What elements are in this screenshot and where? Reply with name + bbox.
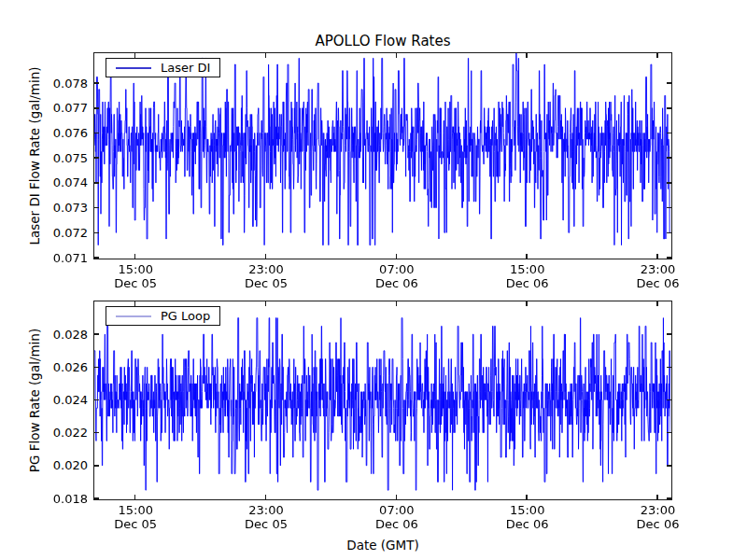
x-tick-label: 07:00Dec 06 (355, 262, 439, 290)
y-tick-mark (94, 432, 99, 434)
y-tick-mark (94, 182, 99, 184)
x-tick-mark (134, 495, 136, 499)
x-tick-label: 15:00Dec 06 (486, 503, 570, 531)
x-tick-mark (265, 254, 267, 259)
y-tick-label: 0.077 (32, 100, 88, 116)
x-tick-date: Dec 05 (93, 517, 177, 531)
y-tick-mark (667, 465, 671, 467)
x-tick-label: 15:00Dec 05 (93, 503, 177, 531)
figure-title: APOLLO Flow Rates (93, 33, 672, 49)
y-tick-mark (667, 157, 671, 159)
x-tick-time: 23:00 (616, 503, 700, 517)
pg-loop-legend-label: PG Loop (161, 310, 210, 322)
laser-di-plot-area: Laser DI (93, 52, 672, 259)
x-tick-label: 23:00Dec 05 (224, 503, 308, 531)
x-tick-date: Dec 05 (224, 517, 308, 531)
y-tick-mark (94, 399, 99, 401)
y-tick-mark (94, 465, 99, 467)
y-tick-mark (94, 133, 99, 134)
x-tick-mark (526, 301, 528, 306)
laser-di-legend-label: Laser DI (161, 62, 210, 74)
x-tick-date: Dec 05 (224, 276, 308, 290)
y-tick-label: 0.075 (32, 150, 88, 166)
y-tick-label: 0.026 (32, 359, 88, 375)
x-tick-date: Dec 06 (486, 276, 570, 290)
y-tick-mark (94, 497, 99, 499)
y-tick-mark (667, 107, 671, 109)
y-tick-mark (667, 207, 671, 209)
pg-loop-legend: PG Loop (106, 306, 220, 326)
y-tick-mark (94, 207, 99, 209)
x-tick-time: 15:00 (486, 262, 570, 276)
x-tick-label: 23:00Dec 06 (616, 262, 700, 290)
x-tick-mark (656, 301, 658, 306)
y-tick-label: 0.024 (32, 392, 88, 408)
x-tick-date: Dec 06 (355, 517, 439, 531)
x-tick-time: 07:00 (355, 262, 439, 276)
laser-di-legend-line-swatch (116, 67, 151, 69)
y-tick-mark (94, 82, 99, 84)
x-tick-label: 07:00Dec 06 (355, 503, 439, 531)
x-tick-mark (396, 301, 398, 306)
y-tick-mark (667, 82, 671, 84)
laser-di-legend: Laser DI (106, 58, 220, 77)
x-tick-mark (265, 53, 267, 58)
y-tick-mark (94, 257, 99, 259)
x-tick-label: 23:00Dec 05 (224, 262, 308, 290)
x-axis-label: Date (GMT) (93, 538, 672, 553)
figure: APOLLO Flow Rates Laser DI PG Loop Laser… (0, 0, 747, 560)
y-tick-mark (667, 257, 671, 259)
y-tick-mark (667, 133, 671, 134)
x-tick-time: 23:00 (224, 503, 308, 517)
y-tick-label: 0.028 (32, 327, 88, 343)
x-tick-date: Dec 06 (486, 517, 570, 531)
x-tick-time: 15:00 (486, 503, 570, 517)
x-tick-mark (656, 495, 658, 499)
x-tick-label: 15:00Dec 06 (486, 262, 570, 290)
y-tick-label: 0.078 (32, 76, 88, 91)
y-tick-mark (94, 333, 99, 335)
y-tick-mark (667, 497, 671, 499)
pg-loop-legend-line-swatch (116, 315, 151, 317)
pg-loop-series-line (94, 301, 670, 498)
x-tick-date: Dec 06 (616, 517, 700, 531)
laser-di-series-line (94, 53, 670, 258)
x-tick-time: 23:00 (224, 262, 308, 276)
x-tick-mark (526, 495, 528, 499)
x-tick-date: Dec 06 (355, 276, 439, 290)
x-tick-mark (656, 254, 658, 259)
y-tick-label: 0.072 (32, 225, 88, 241)
x-tick-time: 23:00 (616, 262, 700, 276)
y-tick-mark (94, 367, 99, 369)
x-tick-mark (526, 53, 528, 58)
y-tick-mark (667, 367, 671, 369)
x-tick-label: 23:00Dec 06 (616, 503, 700, 531)
y-tick-mark (94, 232, 99, 234)
x-tick-date: Dec 05 (93, 276, 177, 290)
x-tick-mark (396, 53, 398, 58)
y-tick-label: 0.020 (32, 457, 88, 473)
x-tick-mark (656, 53, 658, 58)
y-tick-label: 0.076 (32, 125, 88, 141)
y-tick-label: 0.071 (32, 250, 88, 266)
y-tick-mark (667, 182, 671, 184)
x-tick-time: 15:00 (93, 262, 177, 276)
x-tick-label: 15:00Dec 05 (93, 262, 177, 290)
x-tick-mark (526, 254, 528, 259)
x-tick-time: 15:00 (93, 503, 177, 517)
y-tick-label: 0.074 (32, 175, 88, 190)
y-tick-mark (667, 399, 671, 401)
y-tick-mark (667, 232, 671, 234)
y-tick-mark (94, 157, 99, 159)
x-tick-mark (265, 495, 267, 499)
x-tick-mark (134, 254, 136, 259)
y-tick-label: 0.022 (32, 425, 88, 441)
x-tick-mark (396, 254, 398, 259)
y-tick-label: 0.018 (32, 491, 88, 507)
x-tick-date: Dec 06 (616, 276, 700, 290)
x-tick-mark (265, 301, 267, 306)
y-tick-label: 0.073 (32, 200, 88, 216)
y-tick-mark (667, 333, 671, 335)
pg-loop-plot-area: PG Loop (93, 301, 672, 500)
x-tick-mark (396, 495, 398, 499)
